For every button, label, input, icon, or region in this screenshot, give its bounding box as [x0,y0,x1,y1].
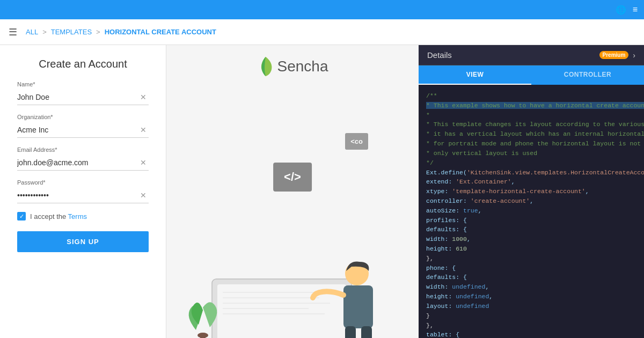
code-area: /** * This example shows how to have a h… [419,85,644,338]
code-line: profiles: { [426,216,636,225]
right-panel: Details Premium › VIEW CONTROLLER /** * … [419,45,644,338]
password-input-wrapper: ✕ [17,188,149,203]
code-line: extend: 'Ext.Container', [426,177,636,187]
form-section: Create an Account Name* ✕ Organization* … [0,45,166,338]
nav-bar: ☰ ALL > TEMPLATES > HORIZONTAL CREATE AC… [0,19,644,45]
org-clear-icon[interactable]: ✕ [138,124,149,135]
name-field-group: Name* ✕ [17,81,149,105]
svg-point-15 [197,333,208,338]
terms-checkbox[interactable]: ✓ [17,212,26,221]
svg-rect-11 [361,326,372,338]
password-clear-icon[interactable]: ✕ [138,190,149,201]
tab-view[interactable]: VIEW [419,65,531,85]
nav-templates[interactable]: TEMPLATES [51,28,92,36]
password-input[interactable] [17,190,138,201]
illustration-area: Sencha <co </> [166,45,419,338]
illustration-svg [180,231,405,338]
sencha-text: Sencha [277,58,328,75]
code-line: * it has a vertical layout which has an … [426,129,636,139]
svg-rect-9 [343,285,373,328]
org-input-wrapper: ✕ [17,122,149,138]
name-input[interactable] [17,92,138,102]
code-line: height: 610 [426,244,636,254]
signup-button[interactable]: SIGN UP [17,231,149,252]
premium-badge: Premium [599,51,629,59]
left-panel: Create an Account Name* ✕ Organization* … [0,45,419,338]
code-line: phone: { [426,263,636,273]
password-field-group: Password* ✕ [17,179,149,203]
name-label: Name* [17,81,149,87]
org-field-group: Organization* ✕ [17,114,149,138]
email-field-group: Email Address* ✕ [17,146,149,171]
menu-icon[interactable]: ≡ [633,5,638,14]
tabs-row: VIEW CONTROLLER [419,65,644,85]
globe-icon[interactable]: 🌐 [616,5,626,15]
code-line: tablet: { [426,330,636,338]
code-tag-small: <co [345,133,368,150]
details-right: Premium › [599,51,635,60]
terms-row: ✓ I accept the Terms [17,212,149,221]
chevron-right-icon[interactable]: › [633,51,635,60]
code-line: xtype: 'template-horizontal-create-accou… [426,187,636,196]
org-input[interactable] [17,124,138,135]
sencha-logo: Sencha [257,56,328,77]
checkmark-icon: ✓ [19,213,24,220]
org-label: Organization* [17,114,149,120]
details-header: Details Premium › [419,45,644,65]
hamburger-menu[interactable]: ☰ [9,26,17,38]
code-line: defaults: { [426,225,636,234]
sencha-leaf-icon [257,56,274,77]
form-title: Create an Account [17,58,149,70]
terms-text: I accept the Terms [30,212,87,221]
name-clear-icon[interactable]: ✕ [138,92,149,102]
code-line: autoSize: true, [426,206,636,216]
code-line: * This template changes its layout accor… [426,120,636,129]
code-line: controller: 'create-account', [426,196,636,206]
name-input-wrapper: ✕ [17,90,149,105]
code-line: * This example shows how to have a horiz… [426,101,636,111]
password-label: Password* [17,179,149,186]
code-line: height: undefined, [426,292,636,302]
top-bar: 🌐 ≡ [0,0,644,19]
details-title: Details [427,50,452,60]
code-line: }, [426,254,636,263]
main-layout: Create an Account Name* ✕ Organization* … [0,45,644,338]
code-line: defaults: { [426,273,636,282]
code-line: } [426,311,636,321]
email-input[interactable] [17,157,138,168]
terms-link[interactable]: Terms [68,212,87,221]
code-line: Ext.define('KitchenSink.view.templates.H… [426,168,636,178]
nav-sep-2: > [96,28,100,36]
code-line: width: undefined, [426,282,636,292]
email-clear-icon[interactable]: ✕ [138,157,149,168]
accept-label: I accept the [30,212,68,221]
code-line: */ [426,158,636,168]
code-line: layout: undefined [426,302,636,311]
code-line: * for portrait mode and phone the horizo… [426,139,636,149]
code-line: width: 1000, [426,234,636,244]
nav-current-page: HORIZONTAL CREATE ACCOUNT [105,28,216,36]
nav-sep-1: > [42,28,47,36]
tab-controller[interactable]: CONTROLLER [531,65,644,85]
form-area: Create an Account Name* ✕ Organization* … [0,45,419,338]
code-line: /** [426,91,636,101]
code-line: * only vertical layout is used [426,149,636,158]
code-line: * [426,111,636,120]
svg-rect-10 [345,326,356,338]
email-input-wrapper: ✕ [17,155,149,171]
code-line: }, [426,321,636,330]
nav-all[interactable]: ALL [26,28,38,36]
code-tag-large: </> [273,163,312,192]
email-label: Email Address* [17,146,149,153]
